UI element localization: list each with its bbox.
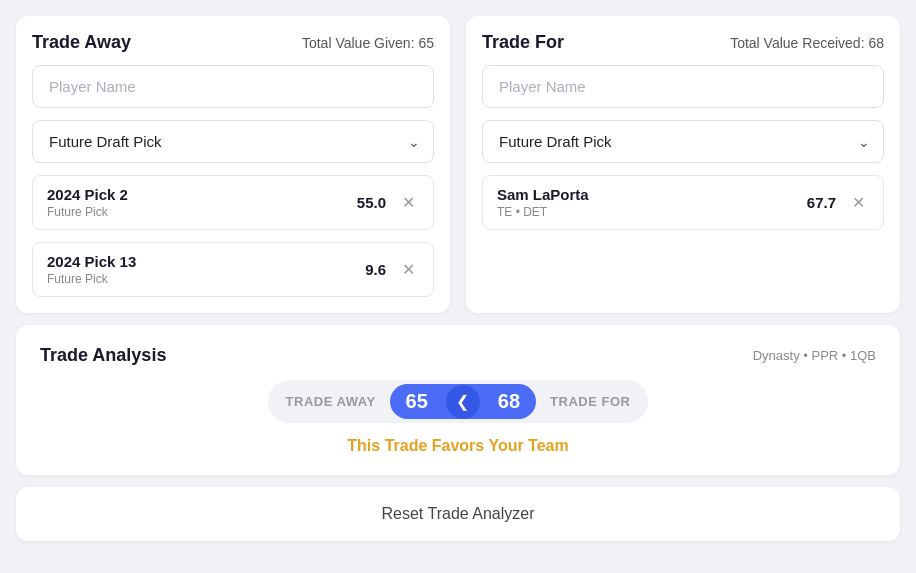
- trade-for-item-0-info: Sam LaPorta TE • DET: [497, 186, 589, 219]
- trade-away-item-0-right: 55.0 ✕: [357, 193, 419, 213]
- trade-away-score: 65: [390, 384, 444, 419]
- trade-away-item-1-value: 9.6: [365, 261, 386, 278]
- trade-away-item-0-meta: Future Pick: [47, 205, 128, 219]
- analysis-meta: Dynasty • PPR • 1QB: [753, 348, 876, 363]
- trade-away-item-0-name: 2024 Pick 2: [47, 186, 128, 203]
- favors-text: This Trade Favors Your Team: [347, 437, 568, 455]
- trade-for-search-input[interactable]: [482, 65, 884, 108]
- trade-for-item-0-meta: TE • DET: [497, 205, 589, 219]
- analysis-title: Trade Analysis: [40, 345, 166, 366]
- trade-arrow-icon: ❮: [446, 385, 480, 419]
- trade-away-item-1-name: 2024 Pick 13: [47, 253, 136, 270]
- trade-for-dropdown[interactable]: Future Draft Pick: [482, 120, 884, 163]
- trade-for-panel: Trade For Total Value Received: 68 Futur…: [466, 16, 900, 313]
- trade-for-label: TRADE FOR: [536, 388, 644, 415]
- trade-for-value: Total Value Received: 68: [730, 35, 884, 51]
- trade-away-header: Trade Away Total Value Given: 65: [32, 32, 434, 53]
- trade-away-search-input[interactable]: [32, 65, 434, 108]
- trade-for-title: Trade For: [482, 32, 564, 53]
- trade-for-score: 68: [482, 384, 536, 419]
- trade-for-item-0-remove-button[interactable]: ✕: [848, 193, 869, 213]
- trade-away-item-0-info: 2024 Pick 2 Future Pick: [47, 186, 128, 219]
- trade-for-header: Trade For Total Value Received: 68: [482, 32, 884, 53]
- reset-panel: Reset Trade Analyzer: [16, 487, 900, 541]
- trade-away-item-0-value: 55.0: [357, 194, 386, 211]
- reset-button[interactable]: Reset Trade Analyzer: [382, 505, 535, 523]
- trade-away-item-1-remove-button[interactable]: ✕: [398, 260, 419, 280]
- trade-away-title: Trade Away: [32, 32, 131, 53]
- analysis-header: Trade Analysis Dynasty • PPR • 1QB: [40, 345, 876, 366]
- trade-away-value: Total Value Given: 65: [302, 35, 434, 51]
- trade-for-item-0-right: 67.7 ✕: [807, 193, 869, 213]
- trade-for-item-0-name: Sam LaPorta: [497, 186, 589, 203]
- trade-away-item-1-right: 9.6 ✕: [365, 260, 419, 280]
- trade-away-dropdown[interactable]: Future Draft Pick: [32, 120, 434, 163]
- trade-away-item-1: 2024 Pick 13 Future Pick 9.6 ✕: [32, 242, 434, 297]
- trade-for-dropdown-wrapper: Future Draft Pick ⌄: [482, 120, 884, 163]
- trade-score-group: 65 ❮ 68: [390, 384, 537, 419]
- trade-away-panel: Trade Away Total Value Given: 65 Future …: [16, 16, 450, 313]
- trade-away-label: TRADE AWAY: [272, 388, 390, 415]
- trade-away-item-1-info: 2024 Pick 13 Future Pick: [47, 253, 136, 286]
- trade-analysis-panel: Trade Analysis Dynasty • PPR • 1QB TRADE…: [16, 325, 900, 475]
- trade-away-item-1-meta: Future Pick: [47, 272, 136, 286]
- trade-bar: TRADE AWAY 65 ❮ 68 TRADE FOR: [268, 380, 649, 423]
- trade-away-item-0: 2024 Pick 2 Future Pick 55.0 ✕: [32, 175, 434, 230]
- trade-for-item-0: Sam LaPorta TE • DET 67.7 ✕: [482, 175, 884, 230]
- trade-away-item-0-remove-button[interactable]: ✕: [398, 193, 419, 213]
- trade-for-item-0-value: 67.7: [807, 194, 836, 211]
- trade-away-dropdown-wrapper: Future Draft Pick ⌄: [32, 120, 434, 163]
